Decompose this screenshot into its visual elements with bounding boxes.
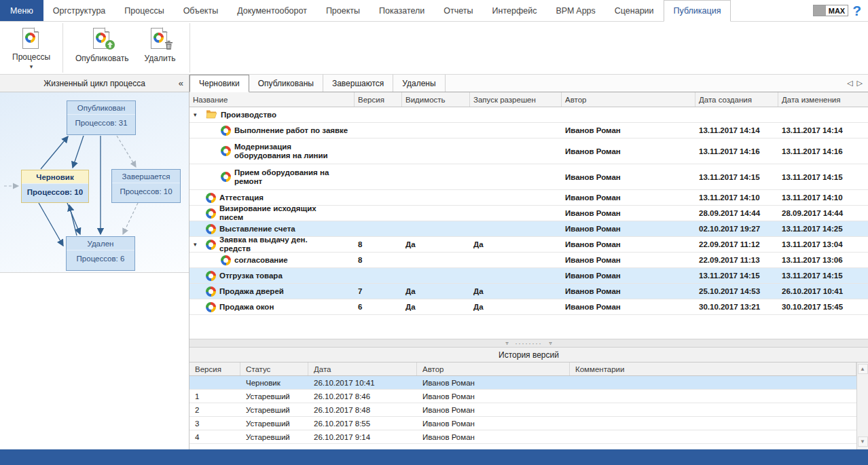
modified-date-cell: 13.11.2017 14:14 — [778, 126, 868, 134]
process-name-label: Выставление счета — [219, 225, 295, 234]
process-name-cell: Выставление счета — [189, 224, 355, 234]
menu-tab-2[interactable]: Процессы — [115, 0, 173, 21]
column-header-1[interactable]: Версия — [355, 92, 402, 107]
history-row-2[interactable]: 2Устаревший26.10.2017 8:48Иванов Роман — [189, 403, 856, 417]
history-column-header-0[interactable]: Версия — [189, 362, 240, 375]
process-icon — [206, 271, 216, 281]
date-cell: 26.10.2017 8:46 — [308, 392, 417, 401]
process-name-cell: Визирование исходящих писем — [189, 204, 355, 222]
tab-scroll-left-icon[interactable]: ◁ — [847, 79, 852, 88]
menu-tab-7[interactable]: Отчеты — [434, 0, 482, 21]
menu-tab-6[interactable]: Показатели — [369, 0, 434, 21]
delete-document-icon — [148, 27, 171, 52]
version-cell: 7 — [355, 287, 402, 295]
process-row-11[interactable]: Продажа окон6ДаДаИванов Роман30.10.2017 … — [189, 299, 868, 315]
splitter-collapse-icon: ▿ — [549, 340, 551, 346]
menu-tab-3[interactable]: Объекты — [174, 0, 228, 21]
view-tabs: ЧерновикиОпубликованыЗавершаютсяУдалены — [189, 75, 446, 92]
process-row-9[interactable]: Отгрузка товараИванов Роман13.11.2017 14… — [189, 268, 868, 284]
folder-icon — [206, 109, 217, 120]
column-header-6[interactable]: Дата изменения — [778, 92, 868, 107]
author-cell: Иванов Роман — [562, 147, 695, 155]
help-icon[interactable]: ? — [852, 3, 861, 18]
view-tab-2[interactable]: Завершаются — [323, 75, 393, 92]
modified-date-cell: 13.11.2017 14:16 — [778, 147, 868, 155]
process-icon — [206, 193, 216, 203]
publish-document-icon — [90, 27, 113, 52]
column-header-3[interactable]: Запуск разрешен — [470, 92, 562, 107]
history-row-4[interactable]: 4Устаревший26.10.2017 9:14Иванов Роман — [189, 430, 856, 444]
history-table-rows: Черновик26.10.2017 10:41Иванов Роман1Уст… — [189, 376, 856, 444]
scroll-down-icon[interactable]: ▼ — [858, 436, 868, 447]
collapse-panel-icon[interactable]: « — [179, 78, 183, 88]
view-tab-3[interactable]: Удалены — [393, 75, 445, 92]
author-cell: Иванов Роман — [417, 406, 570, 414]
author-cell: Иванов Роман — [417, 420, 570, 428]
expander-icon[interactable]: ▾ — [194, 111, 202, 118]
version-cell: 8 — [355, 256, 402, 264]
history-column-header-4[interactable]: Комментарии — [570, 362, 856, 375]
process-icon — [221, 146, 231, 156]
history-panel-title: История версий — [189, 348, 868, 362]
menu-tab-11[interactable]: Публикация — [664, 0, 731, 22]
process-row-6[interactable]: Выставление счетаИванов Роман02.10.2017 … — [189, 221, 868, 237]
expander-icon[interactable]: ▾ — [194, 241, 202, 248]
history-column-header-1[interactable]: Статус — [240, 362, 308, 375]
author-cell: Иванов Роман — [562, 303, 695, 311]
lifecycle-node-published[interactable]: Опубликован Процессов: 31 — [67, 100, 136, 135]
process-name-label: Производство — [221, 111, 276, 119]
created-date-cell: 13.11.2017 14:10 — [695, 193, 778, 202]
menu-tab-9[interactable]: BPM Apps — [546, 0, 604, 21]
process-row-3[interactable]: Прием оборудования на ремонтИванов Роман… — [189, 164, 868, 190]
history-column-header-2[interactable]: Дата — [308, 362, 417, 375]
processes-button[interactable]: Процессы ▾ — [5, 24, 57, 71]
splitter-grip-icon: ········ — [516, 340, 543, 347]
modified-date-cell: 13.11.2017 14:10 — [778, 193, 868, 202]
process-row-8[interactable]: согласование8Иванов Роман22.09.2017 11:1… — [189, 253, 868, 268]
history-column-header-3[interactable]: Автор — [417, 362, 570, 375]
menu-tab-4[interactable]: Документооборот — [228, 0, 317, 21]
max-label: MAX — [826, 7, 848, 15]
menu-tab-1[interactable]: Оргструктура — [43, 0, 115, 21]
history-scrollbar[interactable]: ▲ ▼ — [856, 362, 868, 449]
menu-tab-0[interactable]: Меню — [0, 0, 43, 21]
process-row-0[interactable]: ▾Производство — [189, 107, 868, 123]
process-icon — [221, 255, 231, 265]
process-row-2[interactable]: Модернизация оборудования на линииИванов… — [189, 138, 868, 164]
column-header-0[interactable]: Название — [189, 92, 355, 107]
maximize-control[interactable]: MAX — [813, 5, 848, 16]
delete-button[interactable]: Удалить — [135, 24, 184, 71]
horizontal-splitter[interactable]: ▿ ········ ▿ — [189, 339, 868, 348]
process-row-7[interactable]: ▾Заявка на выдачу ден. средств8ДаДаИвано… — [189, 237, 868, 253]
view-tab-0[interactable]: Черновики — [189, 75, 249, 92]
scroll-up-icon[interactable]: ▲ — [858, 364, 868, 374]
tab-scroll-right-icon[interactable]: ▷ — [857, 79, 863, 88]
history-row-1[interactable]: 1Устаревший26.10.2017 8:46Иванов Роман — [189, 390, 856, 403]
menu-tab-5[interactable]: Проекты — [317, 0, 369, 21]
node-count: Процессов: 6 — [67, 250, 134, 266]
column-header-2[interactable]: Видимость — [402, 92, 470, 107]
author-cell: Иванов Роман — [562, 287, 695, 295]
created-date-cell: 25.10.2017 14:53 — [695, 287, 778, 295]
history-row-3[interactable]: 3Устаревший26.10.2017 8:55Иванов Роман — [189, 417, 856, 430]
author-cell: Иванов Роман — [562, 240, 695, 248]
lifecycle-node-finishing[interactable]: Завершается Процессов: 10 — [111, 169, 181, 203]
column-header-4[interactable]: Автор — [562, 92, 695, 107]
process-row-4[interactable]: АттестацияИванов Роман13.11.2017 14:1013… — [189, 190, 868, 206]
publish-button[interactable]: Опубликовать — [69, 24, 135, 71]
process-row-10[interactable]: Продажа дверей7ДаДаИванов Роман25.10.201… — [189, 284, 868, 299]
process-row-5[interactable]: Визирование исходящих писемИванов Роман2… — [189, 206, 868, 221]
lifecycle-node-deleted[interactable]: Удален Процессов: 6 — [66, 236, 135, 271]
created-date-cell: 13.11.2017 14:16 — [695, 147, 778, 155]
history-row-0[interactable]: Черновик26.10.2017 10:41Иванов Роман — [189, 376, 856, 390]
lifecycle-node-draft[interactable]: Черновик Процессов: 10 — [21, 170, 89, 203]
column-header-5[interactable]: Дата создания — [695, 92, 778, 107]
menu-tab-8[interactable]: Интерфейс — [483, 0, 547, 21]
modified-date-cell: 13.11.2017 14:15 — [778, 173, 868, 181]
process-row-1[interactable]: Выполнение работ по заявкеИванов Роман13… — [189, 123, 868, 138]
author-cell: Иванов Роман — [562, 256, 695, 264]
view-tab-1[interactable]: Опубликованы — [249, 75, 323, 92]
tab-scroll-controls: ◁ ▷ — [847, 75, 868, 92]
menu-tab-10[interactable]: Сценарии — [605, 0, 664, 21]
version-cell: 3 — [189, 420, 240, 428]
